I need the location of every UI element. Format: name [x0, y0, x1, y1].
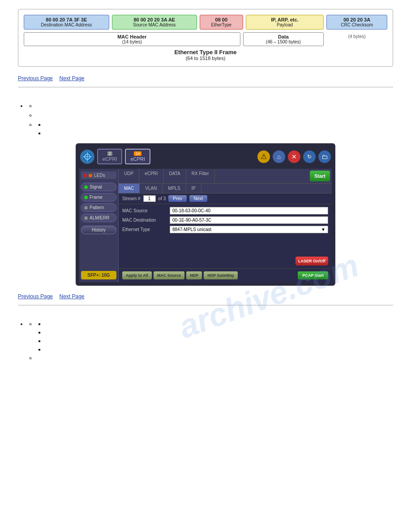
sub-sub-item-1b [45, 129, 393, 136]
pcap-start-button[interactable]: PCAP Start [298, 271, 328, 279]
frame-cell-ethertype: 08 00 EtherType [200, 15, 243, 30]
ndp-button[interactable]: NDP [186, 271, 202, 279]
pattern-led [84, 206, 88, 210]
next-link-bottom[interactable]: Next Page [60, 293, 85, 300]
ndp-gateway-button[interactable]: NDP GateWay [204, 271, 238, 279]
frame-diagram: 80 00 20 7A 3F 3E Destination MAC Addres… [18, 9, 393, 67]
mac-dest-label: MAC Destination [122, 218, 167, 223]
laser-area: LASER On/Off [119, 236, 332, 268]
prev-btn[interactable]: Prev [168, 195, 187, 202]
prev-link-top[interactable]: Previous Page [18, 75, 53, 82]
mac-source-button[interactable]: MAC Source [154, 271, 185, 279]
pattern-btn[interactable]: Pattern [81, 203, 116, 212]
tab-ecpri-2[interactable]: 2 eCPRI [97, 149, 122, 164]
data-group: Data (46 – 1500 bytes) [243, 32, 324, 46]
page-container: archive.com 80 00 20 7A 3F 3E Destinatio… [18, 9, 393, 361]
led-red [83, 174, 87, 177]
frame-title-sub: (64 to 1518 bytes) [24, 56, 387, 61]
sub-item-1a [36, 102, 393, 110]
bottom-bullet-1 [27, 320, 393, 361]
frame-cells-row: 80 00 20 7A 3F 3E Destination MAC Addres… [24, 15, 387, 30]
laser-button[interactable]: LASER On/Off [295, 257, 328, 266]
start-button[interactable]: Start [310, 171, 330, 181]
frame-title: Ethernet Type II Frame [24, 49, 387, 56]
bottom-sub-sub-4 [45, 345, 393, 352]
history-btn[interactable]: History [81, 226, 116, 234]
tab-vlan[interactable]: VLAN [140, 184, 163, 193]
crc-group: (4 bytes) [326, 32, 387, 46]
alm-led [84, 216, 88, 220]
device-logo [80, 150, 94, 164]
crc-label: CRC Checksum [330, 22, 383, 27]
warning-icon[interactable]: ⚠ [257, 150, 270, 163]
close-icon[interactable]: ✕ [288, 150, 300, 163]
sidebar-spacer [81, 236, 116, 269]
device-topbar: 2 eCPRI 1≡ eCPRI ⚠ ⌂ ✕ ↻ 🗀 [79, 147, 332, 166]
mac-source-input[interactable] [170, 207, 328, 215]
tab-mpls[interactable]: MPLS [163, 184, 186, 193]
top-nav-links: Previous Page Next Page [18, 75, 393, 82]
tab-data[interactable]: DATA [164, 169, 186, 183]
start-btn-container: Start [308, 169, 332, 183]
next-btn[interactable]: Next [189, 195, 208, 202]
dropdown-arrow-icon: ▼ [321, 227, 325, 232]
frame-cell-src-mac: 80 00 20 20 3A AE Source MAC Address [112, 15, 197, 30]
apply-all-button[interactable]: Apply to All [122, 271, 152, 279]
content-tabs-row2: MAC VLAN MPLS IP [119, 184, 332, 193]
bottom-nav-links: Previous Page Next Page [18, 293, 393, 300]
dest-mac-label: Destination MAC Address [28, 22, 105, 27]
signal-btn[interactable]: Signal [81, 183, 116, 191]
tab-udp[interactable]: UDP [119, 169, 139, 183]
frame-cell-crc: 00 20 20 3A CRC Checksum [326, 15, 387, 30]
crc-hex: 00 20 20 3A [330, 17, 383, 22]
tab-ip[interactable]: IP [186, 184, 201, 193]
led-orange [89, 174, 92, 177]
bullet-list-top [27, 102, 393, 136]
tab-mac[interactable]: MAC [119, 184, 140, 193]
mac-dest-input[interactable] [170, 216, 328, 224]
tab-rx-filter[interactable]: RX Filter [186, 169, 215, 183]
src-mac-hex: 80 00 20 20 3A AE [116, 17, 193, 22]
home-icon[interactable]: ⌂ [273, 150, 285, 163]
alm-label: ALM/ERR [90, 215, 109, 220]
stream-input[interactable] [143, 195, 156, 202]
tab1-label: eCPRI [130, 156, 145, 162]
mac-dest-row: MAC Destination [122, 216, 328, 224]
spacer1 [18, 93, 393, 100]
stream-nav: Stream # of 3 Prev Next [119, 193, 332, 204]
payload-hex: IP, ARP, etc. [250, 17, 320, 22]
refresh-icon[interactable]: ↻ [303, 150, 316, 163]
pattern-label: Pattern [90, 205, 104, 210]
divider-bottom [18, 305, 393, 305]
form-area: MAC Source MAC Destination Ethernet Type… [119, 204, 332, 236]
eth-type-value: 8847-MPLS unicast [172, 227, 211, 232]
sub-item-1c [36, 120, 393, 136]
frame-btn[interactable]: Frame [81, 193, 116, 202]
frame-groups: MAC Header (14 bytes) Data (46 – 1500 by… [24, 32, 387, 46]
divider-top [18, 87, 393, 87]
folder-icon[interactable]: 🗀 [318, 150, 331, 163]
tab-ecpri-1[interactable]: 1≡ eCPRI [125, 149, 150, 164]
frame-cell-dest-mac: 80 00 20 7A 3F 3E Destination MAC Addres… [24, 15, 109, 30]
frame-led [84, 196, 88, 199]
mac-header-group: MAC Header (14 bytes) [24, 32, 240, 46]
spacer2 [18, 311, 393, 318]
tab1-num: 1≡ [134, 151, 141, 156]
bottom-sub-item-2 [36, 354, 393, 361]
frame-cell-payload: IP, ARP, etc. Payload [246, 15, 324, 30]
sub-sub-item-1a [45, 120, 393, 128]
eth-type-select[interactable]: 8847-MPLS unicast ▼ [170, 226, 328, 233]
src-mac-label: Source MAC Address [116, 22, 193, 27]
dest-mac-hex: 80 00 20 7A 3F 3E [28, 17, 105, 22]
signal-led [84, 185, 88, 189]
prev-link-bottom[interactable]: Previous Page [18, 293, 53, 300]
leds-label: LEDs [94, 173, 105, 178]
mac-header-label: MAC Header [24, 34, 240, 39]
tab-ecpri-content[interactable]: eCPRI [139, 169, 163, 183]
device-content: UDP eCPRI DATA RX Filter Start MAC VLAN … [119, 169, 332, 282]
stream-of: of 3 [158, 196, 166, 201]
stream-label: Stream # [122, 196, 141, 201]
next-link-top[interactable]: Next Page [60, 75, 85, 82]
bottom-sub-sub-3 [45, 337, 393, 344]
alm-err-btn[interactable]: ALM/ERR [81, 214, 116, 222]
